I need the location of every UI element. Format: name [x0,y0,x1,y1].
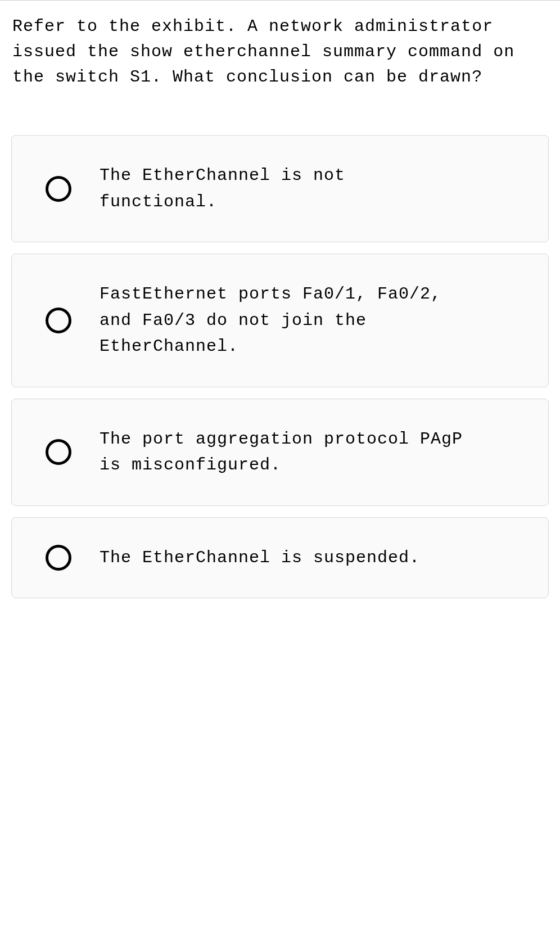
top-divider [0,0,560,1]
option-4[interactable]: The EtherChannel is suspended. [11,517,549,599]
question-text: Refer to the exhibit. A network administ… [0,14,560,90]
radio-icon [46,308,71,333]
option-4-label: The EtherChannel is suspended. [100,545,531,571]
option-1-label: The EtherChannel is not functional. [100,162,531,215]
option-3-label: The port aggregation protocol PAgP is mi… [100,426,531,478]
radio-icon [46,439,71,465]
option-2-label: FastEthernet ports Fa0/1, Fa0/2, and Fa0… [100,281,531,360]
radio-icon [46,176,71,202]
option-3[interactable]: The port aggregation protocol PAgP is mi… [11,399,549,506]
option-2[interactable]: FastEthernet ports Fa0/1, Fa0/2, and Fa0… [11,254,549,387]
options-container: The EtherChannel is not functional. Fast… [0,135,560,598]
radio-icon [46,545,71,571]
option-1[interactable]: The EtherChannel is not functional. [11,135,549,242]
